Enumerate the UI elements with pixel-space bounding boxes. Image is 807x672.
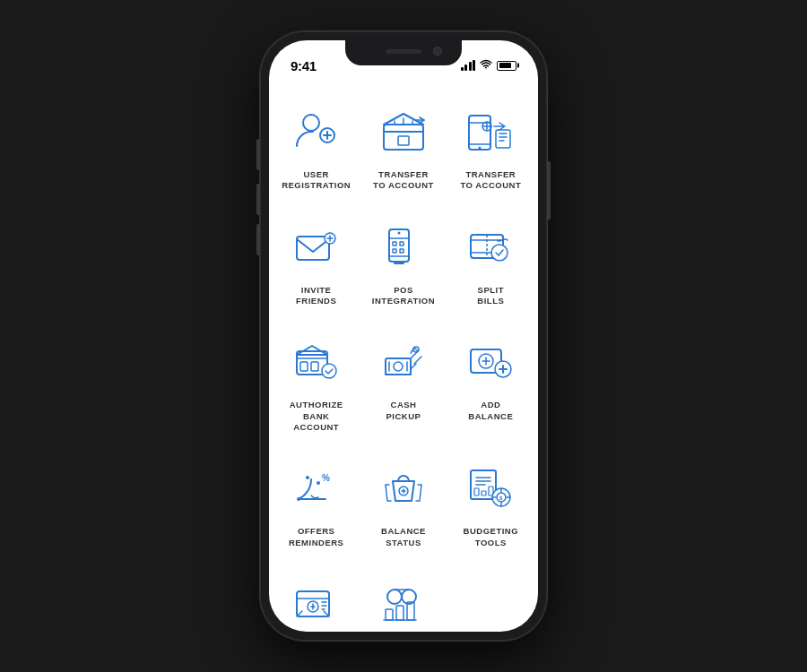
svg-rect-64: [386, 609, 393, 620]
camera: [433, 47, 442, 56]
cash-pickup-icon: [373, 332, 434, 392]
grid-item-authorize-bank[interactable]: AUTHORIZEBANK ACCOUNT: [273, 317, 360, 444]
svg-point-9: [479, 147, 482, 150]
add-balance-label: ADDBALANCE: [468, 400, 513, 422]
grid-item-offers-reminders[interactable]: % OFFERSREMINDERS: [273, 444, 360, 559]
pay-bills-icon: [286, 573, 347, 632]
svg-point-34: [394, 362, 403, 371]
grid-item-cash-pickup[interactable]: CASHPICKUP: [360, 317, 447, 444]
svg-rect-22: [400, 249, 404, 253]
svg-point-62: [387, 590, 402, 604]
grid-item-transfer-account-1[interactable]: TRANSFERTO ACCOUNT: [360, 87, 447, 202]
grid-item-balance-status-2[interactable]: BALANCESTATUS: [360, 559, 447, 632]
svg-rect-50: [482, 491, 486, 495]
svg-point-40: [306, 476, 309, 479]
svg-rect-49: [474, 488, 479, 495]
svg-rect-4: [384, 125, 423, 150]
notch: [345, 40, 462, 65]
svg-rect-19: [393, 242, 396, 246]
svg-rect-30: [300, 362, 308, 371]
transfer-account-label-2: TRANSFERTO ACCOUNT: [460, 169, 521, 192]
signal-icon: [461, 60, 476, 71]
wifi-icon: [480, 59, 492, 73]
svg-rect-65: [396, 606, 404, 620]
offers-reminders-icon: %: [286, 458, 347, 519]
grid-item-pay-bills[interactable]: PAYBILLS: [273, 559, 360, 632]
transfer-account-icon: [373, 101, 434, 162]
screen-content[interactable]: USERREGISTRATION: [269, 80, 538, 632]
invite-friends-label: INVITEFRIENDS: [296, 285, 336, 307]
pos-integration-label: POSINTEGRATION: [372, 285, 435, 307]
svg-point-32: [322, 364, 336, 378]
status-time: 9:41: [291, 58, 317, 73]
grid-item-balance-status-1[interactable]: BALANCESTATUS: [360, 444, 447, 559]
grid-item-pos-integration[interactable]: POSINTEGRATION: [360, 202, 447, 318]
feature-grid: USERREGISTRATION: [273, 87, 534, 632]
cash-pickup-label: CASHPICKUP: [386, 400, 421, 422]
split-bills-label: SPLITBILLS: [477, 285, 504, 307]
budgeting-tools-icon: $: [460, 458, 521, 519]
offers-reminders-label: OFFERSREMINDERS: [289, 526, 344, 548]
split-bills-icon: [460, 217, 521, 278]
transfer-account-label-1: TRANSFERTO ACCOUNT: [373, 169, 434, 192]
pos-integration-icon: [373, 217, 434, 278]
svg-point-28: [491, 245, 508, 261]
user-registration-label: USERREGISTRATION: [282, 169, 351, 192]
balance-status-bars-icon: [373, 573, 434, 632]
svg-rect-66: [407, 602, 414, 620]
svg-rect-21: [393, 249, 396, 253]
grid-item-transfer-account-2[interactable]: TRANSFERTO ACCOUNT: [447, 87, 534, 202]
balance-status-bag-icon: [373, 458, 434, 519]
invite-friends-icon: [286, 217, 347, 278]
phone-screen: 9:41: [269, 40, 538, 632]
balance-status-label-1: BALANCESTATUS: [381, 526, 426, 548]
svg-rect-11: [496, 130, 510, 148]
phone-frame: 9:41: [260, 31, 547, 641]
svg-rect-5: [398, 136, 409, 145]
speaker: [386, 49, 421, 54]
grid-item-invite-friends[interactable]: INVITEFRIENDS: [273, 202, 360, 318]
svg-text:%: %: [322, 473, 330, 483]
grid-item-split-bills[interactable]: SPLITBILLS: [447, 202, 534, 318]
authorize-bank-label: AUTHORIZEBANK ACCOUNT: [280, 400, 352, 433]
grid-item-budgeting-tools[interactable]: $ BUDGETINGTOOLS: [447, 444, 534, 559]
grid-item-add-balance[interactable]: ADDBALANCE: [447, 317, 534, 444]
grid-item-user-registration[interactable]: USERREGISTRATION: [273, 87, 360, 202]
authorize-bank-icon: [286, 332, 347, 392]
user-registration-icon: [286, 101, 347, 162]
svg-point-23: [397, 231, 400, 234]
transfer-mobile-icon: [460, 101, 521, 162]
svg-rect-31: [311, 362, 318, 371]
status-icons: [461, 59, 517, 73]
svg-point-41: [317, 481, 320, 485]
add-balance-icon: [460, 332, 521, 392]
battery-icon: [497, 61, 516, 71]
svg-point-43: [297, 497, 300, 501]
svg-point-0: [303, 115, 319, 131]
budgeting-tools-label: BUDGETINGTOOLS: [464, 526, 519, 548]
svg-rect-20: [400, 242, 404, 246]
